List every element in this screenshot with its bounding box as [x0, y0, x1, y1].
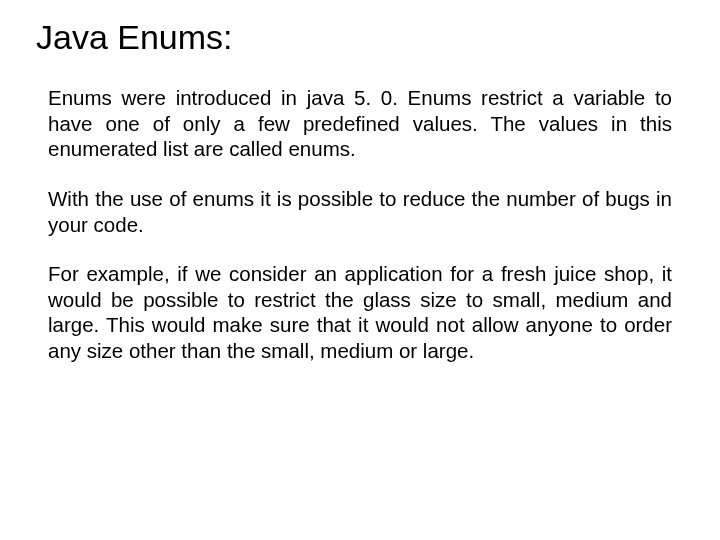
paragraph: For example, if we consider an applicati…	[48, 261, 672, 364]
paragraph: Enums were introduced in java 5. 0. Enum…	[48, 85, 672, 162]
slide: Java Enums: Enums were introduced in jav…	[0, 0, 720, 540]
slide-body: Enums were introduced in java 5. 0. Enum…	[48, 85, 672, 364]
slide-title: Java Enums:	[36, 18, 672, 57]
paragraph: With the use of enums it is possible to …	[48, 186, 672, 237]
